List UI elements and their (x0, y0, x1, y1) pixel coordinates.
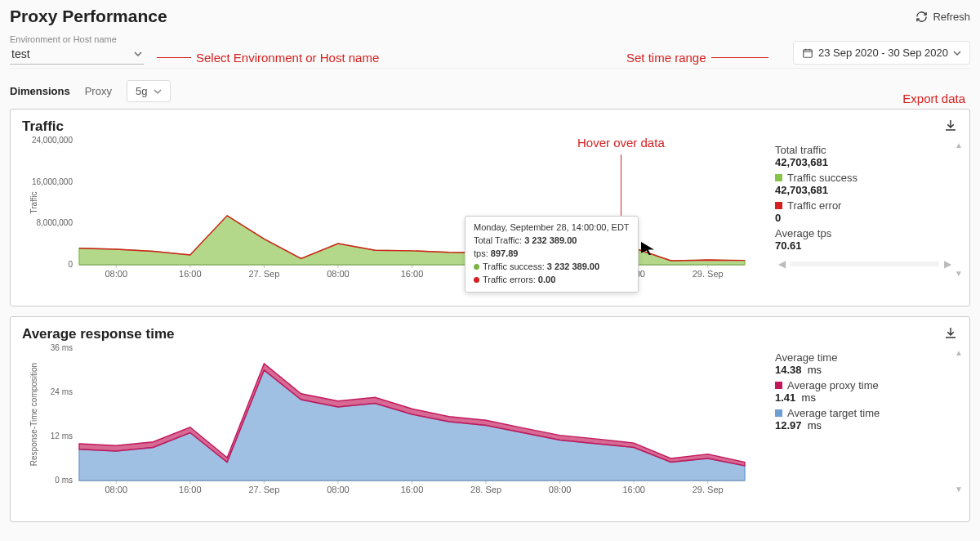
svg-text:29. Sep: 29. Sep (693, 269, 724, 279)
env-label: Environment or Host name (10, 34, 144, 44)
svg-text:0: 0 (68, 260, 73, 269)
calendar-icon (802, 47, 813, 59)
scroll-right-icon[interactable]: ▶ (944, 258, 951, 270)
svg-text:12 ms: 12 ms (51, 431, 73, 440)
svg-text:0 ms: 0 ms (55, 476, 73, 485)
svg-text:08:00: 08:00 (105, 269, 128, 279)
scroll-down-icon[interactable]: ▼ (955, 269, 963, 278)
svg-text:08:00: 08:00 (327, 269, 350, 279)
svg-text:16:00: 16:00 (401, 485, 424, 494)
dimensions-label: Dimensions (10, 85, 70, 97)
traffic-legend: ▲▼ Total traffic 42,703,681 Traffic succ… (767, 136, 958, 283)
response-panel: Average response time 0 ms12 ms24 ms36 m… (10, 316, 970, 522)
svg-text:16:00: 16:00 (179, 485, 202, 494)
response-chart[interactable]: 0 ms12 ms24 ms36 msResponse-Time composi… (22, 343, 759, 499)
chevron-down-icon (154, 87, 162, 96)
svg-text:28. Sep: 28. Sep (470, 485, 501, 494)
export-button[interactable] (943, 118, 958, 136)
traffic-title: Traffic (22, 118, 64, 135)
env-value: test (11, 47, 30, 60)
svg-text:24,000,000: 24,000,000 (32, 136, 73, 145)
chevron-down-icon (134, 50, 142, 58)
svg-text:27. Sep: 27. Sep (248, 485, 279, 494)
proxy-select[interactable]: 5g (127, 80, 171, 102)
svg-text:16,000,000: 16,000,000 (32, 177, 73, 186)
scroll-left-icon[interactable]: ◀ (778, 258, 786, 270)
svg-text:29. Sep: 29. Sep (693, 485, 724, 494)
svg-text:36 ms: 36 ms (51, 343, 73, 352)
svg-text:16:00: 16:00 (401, 269, 424, 279)
svg-text:16:00: 16:00 (179, 269, 202, 279)
refresh-button[interactable]: Refresh (915, 11, 970, 23)
svg-text:08:00: 08:00 (549, 485, 572, 494)
dimension-name: Proxy (85, 85, 112, 97)
refresh-icon (915, 11, 928, 23)
scroll-down-icon[interactable]: ▼ (955, 485, 963, 494)
page-title: Proxy Performance (10, 7, 167, 26)
download-icon (943, 325, 958, 340)
date-range-value: 23 Sep 2020 - 30 Sep 2020 (818, 47, 948, 59)
svg-text:Response-Time composition: Response-Time composition (29, 363, 38, 466)
download-icon (943, 118, 958, 132)
svg-rect-0 (804, 49, 813, 56)
chevron-down-icon (953, 49, 961, 57)
response-legend: ▲▼ Average time 14.38 ms Average proxy t… (767, 343, 958, 499)
svg-text:Traffic: Traffic (29, 191, 38, 213)
refresh-label: Refresh (933, 11, 970, 23)
env-select[interactable]: test (10, 44, 144, 65)
svg-text:8,000,000: 8,000,000 (37, 218, 74, 227)
proxy-value: 5g (136, 85, 147, 97)
chart-tooltip: Monday, September 28, 14:00:00, EDT Tota… (465, 216, 639, 293)
scroll-up-icon[interactable]: ▲ (955, 141, 963, 150)
svg-text:27. Sep: 27. Sep (248, 269, 279, 279)
svg-text:08:00: 08:00 (105, 485, 128, 494)
svg-text:08:00: 08:00 (327, 485, 350, 494)
svg-text:24 ms: 24 ms (51, 387, 73, 396)
scroll-up-icon[interactable]: ▲ (955, 348, 963, 357)
svg-text:16:00: 16:00 (622, 485, 645, 494)
export-button[interactable] (943, 325, 958, 343)
date-range-picker[interactable]: 23 Sep 2020 - 30 Sep 2020 (793, 41, 970, 65)
traffic-chart[interactable]: 08,000,00016,000,00024,000,000Traffic08:… (22, 136, 759, 283)
response-title: Average response time (22, 326, 174, 342)
traffic-panel: Traffic 08,000,00016,000,00024,000,000Tr… (10, 109, 970, 306)
